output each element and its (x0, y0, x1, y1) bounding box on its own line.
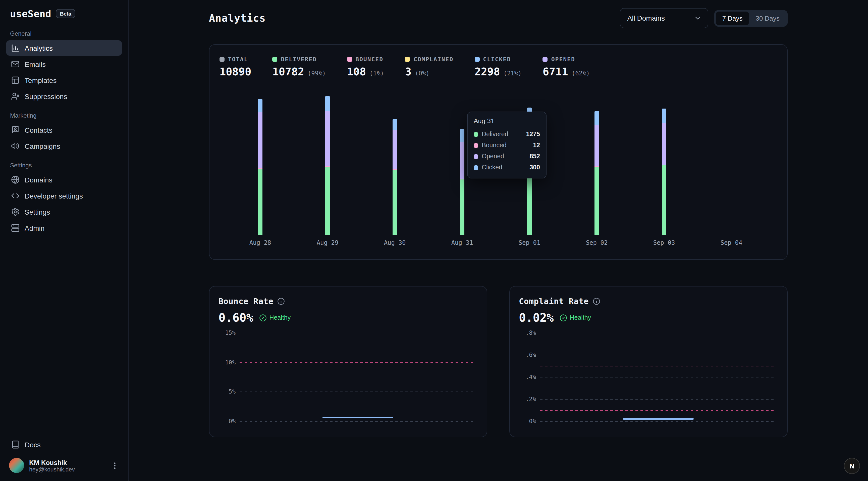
check-circle-icon (560, 314, 567, 322)
range-option-7-days[interactable]: 7 Days (716, 11, 749, 25)
stat-dot (474, 57, 479, 62)
sidebar-item-label: Admin (25, 224, 44, 232)
bounce-rate-card: Bounce Rate 0.60% Healthy 15%10%5%0% (209, 286, 487, 437)
x-tick-label: Aug 30 (384, 239, 406, 246)
complaint-rate-status-label: Healthy (570, 314, 591, 321)
bar-segment-opened (527, 121, 532, 171)
tooltip-series-dot (474, 143, 478, 148)
rate-plot (540, 333, 776, 421)
bar-segment-opened (662, 123, 666, 165)
stat-value: 10782 (272, 66, 304, 78)
sidebar-spacer (6, 236, 122, 436)
stat-dot (543, 57, 548, 62)
sidebar-item-domains[interactable]: Domains (6, 172, 122, 187)
gridline (540, 355, 776, 355)
x-tick-label: Aug 31 (451, 239, 473, 246)
sidebar-item-analytics[interactable]: Analytics (6, 40, 122, 56)
bar-sep-01[interactable] (527, 108, 532, 235)
bar-segment-delivered (594, 167, 599, 235)
complaint-rate-chart: .8%.6%.4%.2%0% (519, 329, 778, 429)
info-icon[interactable] (593, 298, 600, 305)
sidebar-item-emails[interactable]: Emails (6, 56, 122, 72)
page-title: Analytics (209, 12, 266, 24)
y-tick-label: .6% (519, 351, 536, 358)
rate-data-line (623, 418, 693, 420)
rate-plot (240, 333, 476, 421)
y-tick-label: .8% (519, 329, 536, 336)
layout-panel-icon (11, 76, 20, 85)
sidebar-item-developer-settings[interactable]: Developer settings (6, 188, 122, 204)
stat-label: OPENED (551, 56, 575, 63)
y-tick-label: .4% (519, 373, 536, 381)
complaint-rate-status-badge: Healthy (560, 314, 591, 322)
code-icon (11, 191, 20, 200)
sidebar-item-templates[interactable]: Templates (6, 72, 122, 88)
sidebar-item-suppressions[interactable]: Suppressions (6, 88, 122, 104)
tooltip-series-label: Bounced (482, 142, 529, 149)
tooltip-series-dot (474, 132, 478, 137)
info-icon[interactable] (278, 298, 285, 305)
megaphone-icon (11, 142, 20, 150)
sidebar-item-settings[interactable]: Settings (6, 204, 122, 220)
bar-segment-clicked (594, 111, 599, 125)
avatar (9, 458, 24, 473)
domain-filter-select[interactable]: All Domains (620, 8, 708, 28)
x-tick-label: Sep 04 (720, 239, 742, 246)
globe-icon (11, 175, 20, 184)
gridline (240, 333, 476, 333)
stat-percentage: (21%) (503, 70, 521, 77)
bar-aug-28[interactable] (258, 99, 262, 235)
user-profile[interactable]: KM Koushik hey@koushik.dev (6, 453, 122, 474)
bounce-rate-status-badge: Healthy (259, 314, 291, 322)
y-tick-label: 15% (218, 329, 236, 336)
bar-segment-clicked (393, 119, 397, 130)
rate-cards-row: Bounce Rate 0.60% Healthy 15%10%5%0% (209, 286, 787, 437)
sidebar-item-campaigns[interactable]: Campaigns (6, 138, 122, 154)
bar-segment-opened (325, 111, 330, 167)
sidebar-item-docs[interactable]: Docs (6, 437, 122, 452)
bar-sep-02[interactable] (594, 111, 599, 235)
stat-percentage: (0%) (415, 70, 430, 77)
x-axis-labels: Aug 28Aug 29Aug 30Aug 31Sep 01Sep 02Sep … (226, 235, 765, 249)
bar-segment-delivered (460, 179, 464, 235)
stat-percentage: (1%) (369, 70, 384, 77)
sidebar-item-contacts[interactable]: Contacts (6, 122, 122, 138)
stat-label: TOTAL (228, 56, 248, 63)
bar-sep-03[interactable] (662, 108, 666, 235)
nextjs-dev-badge[interactable]: N (844, 458, 860, 474)
bar-aug-31[interactable] (460, 129, 464, 235)
mail-icon (11, 60, 20, 68)
bar-segment-clicked (258, 99, 262, 112)
complaint-rate-header: Complaint Rate (519, 297, 778, 306)
bounce-rate-status-label: Healthy (270, 314, 291, 321)
y-tick-label: 0% (218, 418, 236, 425)
stat-label: BOUNCED (355, 56, 383, 63)
stat-value: 2298 (474, 66, 500, 78)
nav-section-label-settings: Settings (10, 162, 118, 169)
stat-bounced: BOUNCED108(1%) (347, 56, 384, 78)
chart-column-icon (11, 44, 20, 52)
nav-section-label-general: General (10, 30, 118, 37)
bar-aug-30[interactable] (393, 119, 397, 235)
gridline (540, 333, 776, 333)
sidebar-item-admin[interactable]: Admin (6, 220, 122, 236)
y-tick-label: 5% (218, 388, 236, 395)
user-meta: KM Koushik hey@koushik.dev (29, 459, 105, 472)
y-tick-label: .2% (519, 396, 536, 402)
user-name: KM Koushik (29, 459, 105, 466)
sidebar-item-label: Developer settings (25, 192, 83, 200)
ellipsis-vertical-icon[interactable] (111, 461, 119, 470)
stat-label: COMPLAINED (414, 56, 454, 63)
bar-aug-29[interactable] (325, 96, 330, 235)
stat-opened: OPENED6711(62%) (543, 56, 590, 78)
stat-clicked: CLICKED2298(21%) (474, 56, 521, 78)
tooltip-series-label: Clicked (482, 164, 526, 171)
bar-plot: Aug 31 Delivered1275Bounced12Opened852Cl… (226, 96, 765, 235)
stat-value: 108 (347, 66, 366, 78)
tooltip-series-label: Opened (482, 153, 526, 160)
stat-total: TOTAL10890 (219, 56, 251, 78)
overview-card: TOTAL10890DELIVERED10782(99%)BOUNCED108(… (209, 44, 787, 260)
bar-segment-delivered (393, 170, 397, 235)
x-tick-label: Sep 02 (586, 239, 608, 246)
range-option-30-days[interactable]: 30 Days (749, 11, 786, 25)
